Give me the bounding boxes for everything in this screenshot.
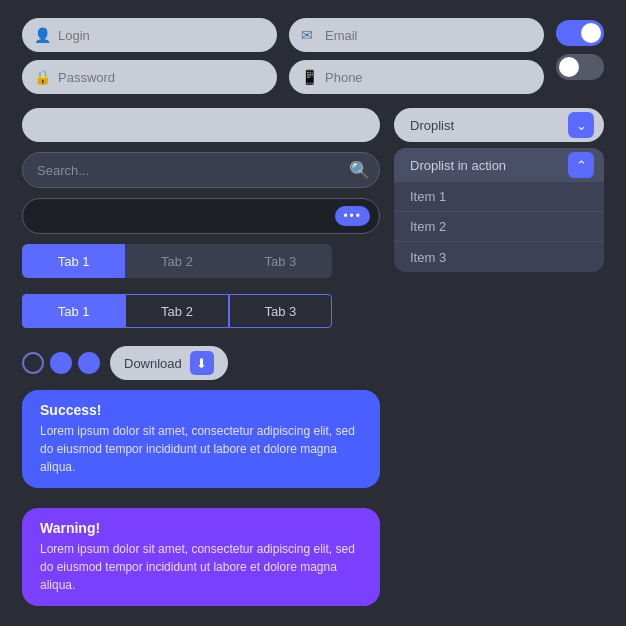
alert-warning: Warning! Lorem ipsum dolor sit amet, con… [22, 508, 380, 606]
phone-input-wrap: 📱 [289, 60, 544, 94]
radio-3[interactable] [78, 352, 100, 374]
toggle-group [556, 18, 604, 80]
toggle-2-knob [559, 57, 579, 77]
tabs-row2: Tab 1 Tab 2 Tab 3 [22, 294, 332, 328]
radio-2[interactable] [50, 352, 72, 374]
download-button[interactable]: Download ⬇ [110, 346, 228, 380]
alert-success: Success! Lorem ipsum dolor sit amet, con… [22, 390, 380, 488]
search-wrap: 🔍 [22, 152, 380, 188]
download-row: Download ⬇ [22, 346, 380, 380]
success-title: Success! [40, 402, 362, 418]
wide-input[interactable] [22, 108, 380, 142]
dots-input[interactable] [22, 198, 380, 234]
login-input-wrap: 👤 [22, 18, 277, 52]
download-label: Download [124, 356, 182, 371]
droplist-closed-label: Droplist [410, 118, 454, 133]
droplist-open-header[interactable]: Droplist in action ⌃ [394, 148, 604, 182]
droplist-open: Droplist in action ⌃ Item 1 Item 2 Item … [394, 148, 604, 272]
toggle-1-knob [581, 23, 601, 43]
wide-input-wrap [22, 108, 380, 142]
dots-badge: ••• [335, 206, 370, 226]
toggle-1[interactable] [556, 20, 604, 46]
middle-section: 🔍 ••• Tab 1 Tab 2 Tab 3 Tab 1 Tab 2 Tab … [22, 108, 604, 606]
success-body: Lorem ipsum dolor sit amet, consectetur … [40, 422, 362, 476]
top-section: 👤 🔒 ✉ 📱 [22, 18, 604, 94]
dots-input-wrap: ••• [22, 198, 380, 234]
email-input[interactable] [289, 18, 544, 52]
phone-input[interactable] [289, 60, 544, 94]
warning-body: Lorem ipsum dolor sit amet, consectetur … [40, 540, 362, 594]
droplist-closed[interactable]: Droplist ⌄ [394, 108, 604, 142]
droplist-item-1[interactable]: Item 1 [394, 182, 604, 212]
radio-circles [22, 352, 100, 374]
droplist-closed-arrow: ⌄ [568, 112, 594, 138]
tabs-row1: Tab 1 Tab 2 Tab 3 [22, 244, 332, 278]
droplist-open-label: Droplist in action [410, 158, 506, 173]
password-input-wrap: 🔒 [22, 60, 277, 94]
droplist-item-2[interactable]: Item 2 [394, 212, 604, 242]
login-password-group: 👤 🔒 [22, 18, 277, 94]
search-input[interactable] [22, 152, 380, 188]
tab3-row2[interactable]: Tab 3 [229, 294, 332, 328]
password-input[interactable] [22, 60, 277, 94]
tab3-row1[interactable]: Tab 3 [229, 244, 332, 278]
download-icon: ⬇ [190, 351, 214, 375]
search-button[interactable]: 🔍 [349, 160, 370, 181]
radio-1[interactable] [22, 352, 44, 374]
toggle-2[interactable] [556, 54, 604, 80]
right-column: Droplist ⌄ Droplist in action ⌃ Item 1 I… [394, 108, 604, 606]
tab1-row2[interactable]: Tab 1 [22, 294, 125, 328]
droplist-item-3[interactable]: Item 3 [394, 242, 604, 272]
email-phone-group: ✉ 📱 [289, 18, 544, 94]
left-column: 🔍 ••• Tab 1 Tab 2 Tab 3 Tab 1 Tab 2 Tab … [22, 108, 380, 606]
tab1-row1[interactable]: Tab 1 [22, 244, 125, 278]
droplist-open-arrow: ⌃ [568, 152, 594, 178]
email-input-wrap: ✉ [289, 18, 544, 52]
warning-title: Warning! [40, 520, 362, 536]
login-input[interactable] [22, 18, 277, 52]
tab2-row2[interactable]: Tab 2 [125, 294, 228, 328]
tab2-row1[interactable]: Tab 2 [125, 244, 228, 278]
